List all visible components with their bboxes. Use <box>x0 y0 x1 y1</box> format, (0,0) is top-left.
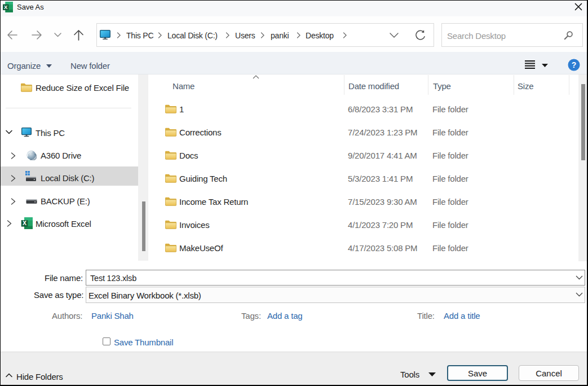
svg-text:X: X <box>4 4 8 10</box>
svg-text:?: ? <box>572 60 577 69</box>
svg-text:X: X <box>23 220 26 226</box>
